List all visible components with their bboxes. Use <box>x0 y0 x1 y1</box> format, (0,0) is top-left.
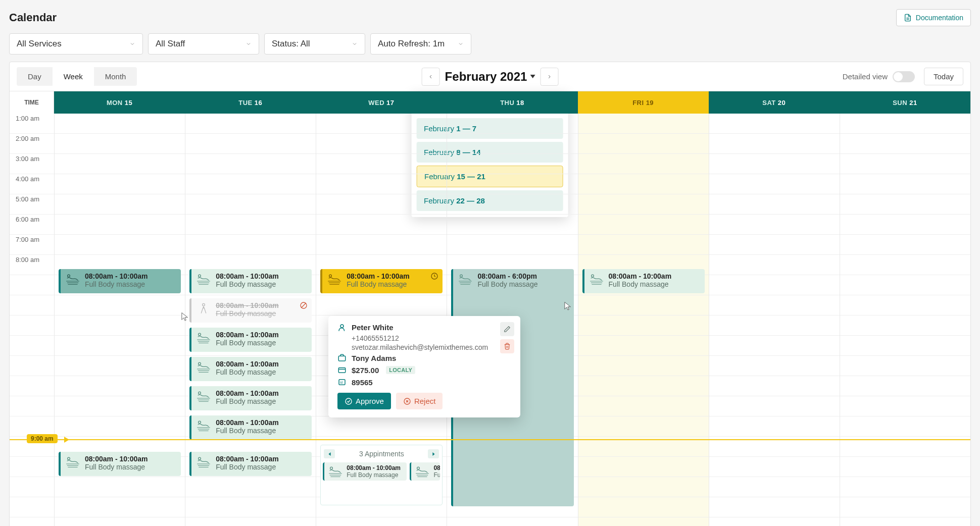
massage-icon <box>414 464 430 479</box>
staff-label: All Staff <box>156 39 185 49</box>
chevron-down-icon <box>129 41 135 47</box>
documentation-button[interactable]: Documentation <box>896 9 971 26</box>
person-icon <box>337 323 347 332</box>
massage-icon <box>327 464 344 479</box>
time-label: 1:00 am <box>10 114 54 134</box>
day-column-sat[interactable] <box>709 114 840 526</box>
reject-label: Reject <box>414 397 436 405</box>
customer-name: Peter White <box>352 323 394 332</box>
svg-point-11 <box>199 362 201 365</box>
wallet-icon <box>337 365 347 375</box>
svg-text:id: id <box>340 381 342 384</box>
time-label <box>10 457 54 477</box>
customer-email: svetozar.milashevich@stylemixthemes.com <box>352 343 511 351</box>
appointment-group: 3 Appintments 08:00am - 10:00amFull Body… <box>320 445 443 505</box>
prev-period-button[interactable] <box>422 68 440 86</box>
svg-rect-24 <box>338 356 346 361</box>
staff-dropdown[interactable]: All Staff <box>148 33 259 55</box>
svg-point-5 <box>68 457 70 460</box>
svg-point-15 <box>329 275 332 277</box>
massage-icon <box>195 389 212 403</box>
appointment[interactable]: 08:00am - 10:00amFull Body massage <box>189 328 312 352</box>
status-dropdown[interactable]: Status: All <box>264 33 365 55</box>
svg-point-20 <box>417 467 420 469</box>
tab-day[interactable]: Day <box>17 67 53 86</box>
clock-icon <box>430 272 438 280</box>
appointment[interactable]: 08:00am - 10:00amFull Body massage <box>59 452 181 476</box>
massage-icon <box>457 272 473 286</box>
svg-marker-18 <box>432 452 434 456</box>
today-button[interactable]: Today <box>924 68 963 85</box>
appointment[interactable]: 08:00am - 10:00amFull Body massage <box>189 269 312 293</box>
svg-point-4 <box>68 275 70 277</box>
svg-point-6 <box>199 275 201 277</box>
appointment[interactable]: 08:00am - 10:00amFull Body massage <box>59 269 181 293</box>
current-time-indicator <box>10 439 970 440</box>
status-label: Status: All <box>272 39 310 49</box>
time-label: 3:00 am <box>10 154 54 174</box>
time-column-head: TIME <box>10 91 54 114</box>
appointment[interactable]: 08:00am - 10:00amFull Body massage <box>323 462 407 481</box>
check-circle-icon <box>345 397 353 405</box>
chevron-left-icon <box>428 74 434 80</box>
massage-icon <box>589 272 605 286</box>
day-column-mon[interactable]: 08:00am - 10:00amFull Body massage08:00a… <box>54 114 185 526</box>
time-label <box>10 396 54 416</box>
day-column-sun[interactable] <box>840 114 970 526</box>
reject-button[interactable]: Reject <box>396 393 443 409</box>
day-header-sat: SAT 20 <box>709 91 840 114</box>
delete-button[interactable] <box>500 339 514 353</box>
period-label: February 2021 <box>445 70 527 84</box>
cursor-icon <box>181 312 189 322</box>
appointment[interactable]: 08:00am - 10:00amFull Body massage <box>189 357 312 381</box>
time-label: 5:00 am <box>10 194 54 215</box>
event-popover: Peter White +14065551212 svetozar.milash… <box>328 316 520 417</box>
svg-point-7 <box>203 303 205 306</box>
pencil-icon <box>504 326 511 333</box>
period-selector[interactable]: February 2021 <box>445 70 535 84</box>
services-dropdown[interactable]: All Services <box>9 33 143 55</box>
group-next-button[interactable] <box>428 449 439 458</box>
caret-down-icon <box>530 75 535 78</box>
edit-button[interactable] <box>500 322 514 336</box>
pray-icon <box>195 301 212 315</box>
appointment[interactable]: 08:00am - 10:00amFull Body massage <box>320 269 443 293</box>
briefcase-icon <box>337 353 347 362</box>
chevron-down-icon <box>458 41 464 47</box>
detailed-label: Detailed view <box>843 72 888 81</box>
calendar-header: TIME MON 15TUE 16WED 17THU 18FRI 19SAT 2… <box>10 91 970 114</box>
massage-icon <box>65 455 81 469</box>
page-title: Calendar <box>9 11 57 24</box>
appointment[interactable]: 08:00am - 10:00amFull Body massage <box>582 269 705 293</box>
svg-point-21 <box>460 275 463 277</box>
svg-point-28 <box>346 398 352 404</box>
massage-icon <box>195 331 212 345</box>
toggle-switch[interactable] <box>893 71 915 82</box>
time-label: 4:00 am <box>10 174 54 194</box>
time-label <box>10 315 54 336</box>
detailed-view-toggle[interactable]: Detailed view <box>843 71 915 82</box>
next-period-button[interactable] <box>540 68 558 86</box>
approve-button[interactable]: Approve <box>337 393 391 409</box>
time-label: 2:00 am <box>10 134 54 154</box>
x-circle-icon <box>403 397 411 405</box>
massage-icon <box>195 418 212 433</box>
appointment[interactable]: 08:00am - 10:00amFull Body massage <box>189 415 312 440</box>
trash-icon <box>504 343 511 350</box>
group-prev-button[interactable] <box>324 449 335 458</box>
appointment[interactable]: 08:00am - 10:00amFull Body massage <box>189 386 312 410</box>
appointment[interactable]: 08:00am - 10:00amFull Body massage <box>189 452 312 476</box>
svg-marker-17 <box>328 452 330 456</box>
appointment[interactable]: 08:00am - 10:00amFull Body massage <box>189 298 312 323</box>
appointment[interactable]: 08:Fu <box>410 462 440 481</box>
day-column-fri[interactable]: 08:00am - 10:00amFull Body massage <box>578 114 709 526</box>
chevron-right-icon <box>546 74 552 80</box>
massage-icon <box>195 272 212 286</box>
autorefresh-dropdown[interactable]: Auto Refresh: 1m <box>370 33 471 55</box>
day-column-tue[interactable]: 08:00am - 10:00amFull Body massage08:00a… <box>185 114 316 526</box>
tab-week[interactable]: Week <box>53 67 94 86</box>
tab-month[interactable]: Month <box>94 67 137 86</box>
day-header-sun: SUN 21 <box>840 91 970 114</box>
time-label <box>10 376 54 396</box>
svg-point-12 <box>199 392 201 394</box>
